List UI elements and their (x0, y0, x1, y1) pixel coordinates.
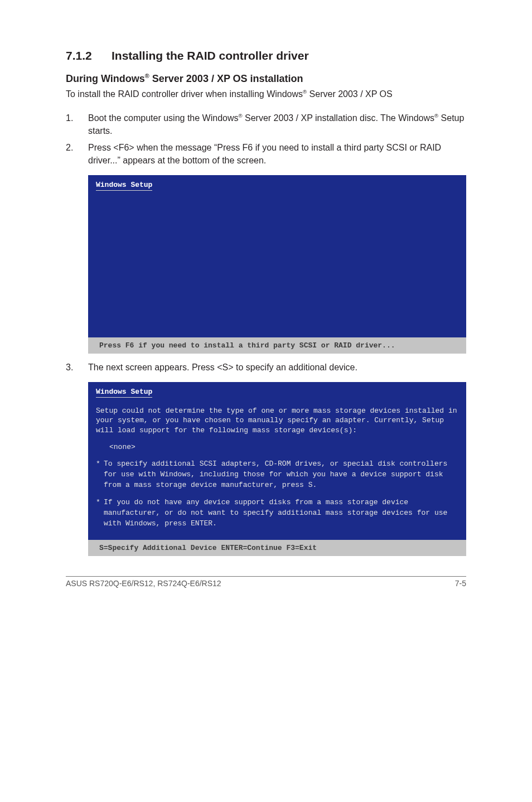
intro-before: To install the RAID controller driver wh… (66, 89, 303, 99)
setup-bullet-1: * To specify additional SCSI adapters, C… (96, 459, 458, 491)
setup-statusbar: Press F6 if you need to install a third … (88, 337, 466, 354)
step-2: 2. Press <F6> when the message “Press F6… (66, 142, 466, 167)
spacer (96, 535, 458, 540)
intro-after: Server 2003 / XP OS (307, 89, 393, 99)
setup-none: <none> (109, 443, 458, 451)
setup-title: Windows Setup (96, 181, 152, 189)
step-number: 3. (66, 361, 88, 374)
step-body: Press <F6> when the message “Press F6 if… (88, 142, 466, 167)
section-heading: 7.1.2Installing the RAID controller driv… (66, 49, 466, 62)
step-3: 3. The next screen appears. Press <S> to… (66, 361, 466, 374)
setup-title: Windows Setup (96, 388, 152, 396)
setup-title-underline: Windows Setup (96, 181, 152, 191)
registered-icon: ® (238, 113, 242, 119)
footer-rule (66, 576, 466, 577)
asterisk-icon: * (96, 497, 104, 529)
step-number: 1. (66, 112, 88, 138)
step-1: 1. Boot the computer using the Windows® … (66, 112, 466, 138)
setup-blue-area: Windows Setup (88, 175, 466, 337)
subheading-suffix: Server 2003 / XP OS installation (149, 73, 303, 84)
section-title: Installing the RAID controller driver (112, 49, 309, 62)
setup-title-underline: Windows Setup (96, 388, 152, 398)
asterisk-icon: * (96, 459, 104, 491)
subheading-prefix: During Windows (66, 73, 145, 84)
footer-left: ASUS RS720Q-E6/RS12, RS724Q-E6/RS12 (66, 579, 221, 588)
intro-paragraph: To install the RAID controller driver wh… (66, 88, 466, 101)
step-text: Server 2003 / XP installation disc. The … (243, 113, 434, 123)
bullet-text: If you do not have any device support di… (104, 497, 458, 529)
bullet-text: To specify additional SCSI adapters, CD-… (104, 459, 458, 491)
section-number: 7.1.2 (66, 49, 112, 62)
step-body: The next screen appears. Press <S> to sp… (88, 361, 466, 374)
subheading: During Windows® Server 2003 / XP OS inst… (66, 73, 466, 85)
step-number: 2. (66, 142, 88, 167)
footer-right: 7-5 (455, 579, 466, 588)
windows-setup-screenshot-1: Windows Setup Press F6 if you need to in… (88, 175, 466, 354)
step-text: Boot the computer using the Windows (88, 113, 238, 123)
registered-icon: ® (145, 73, 149, 79)
setup-bullet-2: * If you do not have any device support … (96, 497, 458, 529)
step-body: Boot the computer using the Windows® Ser… (88, 112, 466, 138)
page-footer: ASUS RS720Q-E6/RS12, RS724Q-E6/RS12 7-5 (66, 579, 466, 588)
setup-message: Setup could not determine the type of on… (96, 406, 458, 436)
setup-blue-area: Windows Setup Setup could not determine … (88, 382, 466, 540)
setup-statusbar: S=Specify Additional Device ENTER=Contin… (88, 540, 466, 556)
spacer (96, 192, 458, 337)
windows-setup-screenshot-2: Windows Setup Setup could not determine … (88, 382, 466, 557)
